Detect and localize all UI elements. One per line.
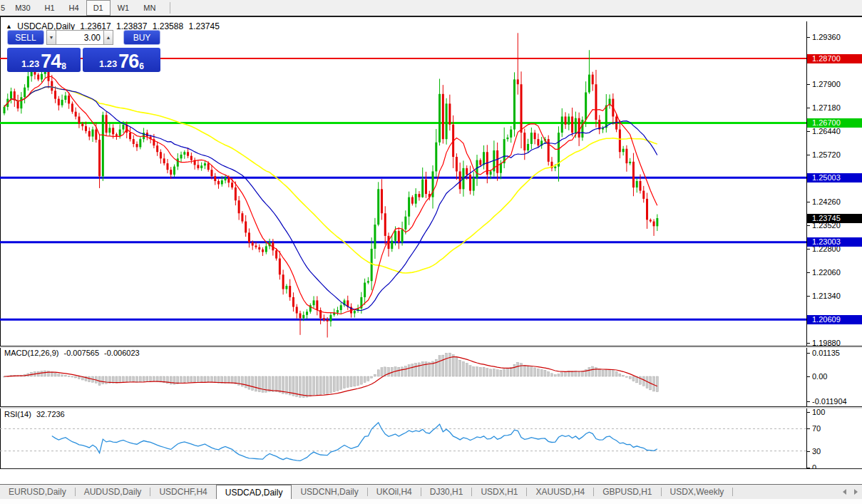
price-axis-tick: [807, 202, 810, 202]
trade-controls-row: SELL ▼ ▲ BUY: [7, 30, 160, 45]
price-axis-tick: [807, 272, 810, 273]
macd-histogram-bar: [483, 367, 485, 376]
candle-body: [252, 242, 254, 246]
current-price-badge: 1.23745: [807, 214, 862, 223]
price-axis-tick: [807, 296, 810, 297]
tab-audusd-daily[interactable]: AUDUSD,Daily: [76, 485, 150, 499]
timeframe-button-h4[interactable]: H4: [62, 0, 86, 16]
timeframe-button-mn[interactable]: MN: [136, 0, 163, 16]
macd-histogram-bar: [258, 376, 260, 392]
macd-histogram-bar: [404, 366, 406, 376]
candle-body: [255, 245, 257, 247]
macd-histogram-bar: [61, 375, 63, 376]
volume-decrease-button[interactable]: ▼: [46, 30, 56, 45]
tab-usdcad-daily[interactable]: USDCAD,Daily: [216, 485, 292, 499]
sell-quote-button[interactable]: 1.23748: [7, 48, 81, 72]
date-axis[interactable]: 23 Jan 202111 Feb 20212 Mar 202120 Mar 2…: [0, 469, 862, 484]
macd-histogram-bar: [41, 371, 43, 376]
macd-histogram-bar: [506, 369, 508, 376]
tab-dj30-h1[interactable]: DJ30,H1: [421, 485, 472, 499]
timeframe-button-d1[interactable]: D1: [86, 0, 111, 16]
tab-usdcnh-daily[interactable]: USDCNH,Daily: [292, 485, 366, 499]
candle-body: [190, 156, 193, 160]
candle-body: [483, 152, 485, 165]
volume-input[interactable]: [56, 30, 103, 45]
buy-quote-button[interactable]: 1.23766: [83, 48, 160, 72]
collapse-triangle-icon[interactable]: ▲: [6, 23, 12, 30]
buy-button[interactable]: BUY: [123, 30, 160, 45]
tab-usdx-weekly[interactable]: USDX,Weekly: [662, 485, 733, 499]
macd-histogram-bar: [269, 376, 271, 392]
macd-histogram-bar: [340, 376, 342, 390]
macd-histogram-bar: [194, 376, 196, 382]
macd-histogram-bar: [71, 376, 73, 377]
candle-body: [316, 300, 318, 310]
macd-histogram-bar: [473, 366, 475, 376]
macd-histogram-bar: [548, 371, 550, 376]
candle-body: [374, 225, 376, 249]
macd-histogram-bar: [207, 376, 210, 382]
macd-histogram-bar: [58, 374, 60, 376]
macd-histogram-bar: [469, 366, 471, 376]
candle-body: [327, 320, 329, 322]
tab-usdchf-h4[interactable]: USDCHF,H4: [150, 485, 215, 499]
price-axis-tick: [807, 343, 810, 344]
candle-body: [20, 97, 22, 108]
candle-body: [58, 99, 60, 106]
candle-body: [187, 152, 189, 155]
candle-body: [629, 162, 631, 163]
tab-gbpusd-h1[interactable]: GBPUSD,H1: [594, 485, 660, 499]
timeframe-button-m30[interactable]: M30: [8, 0, 37, 16]
macd-histogram-bar: [88, 376, 91, 382]
tab-xauusd-h4[interactable]: XAUUSD,H4: [527, 485, 593, 499]
macd-histogram-bar: [364, 376, 366, 383]
volume-increase-button[interactable]: ▲: [103, 30, 113, 45]
candle-body: [337, 310, 339, 313]
tab-usdx-h1[interactable]: USDX,H1: [472, 485, 526, 499]
macd-histogram-bar: [534, 368, 536, 376]
sell-button[interactable]: SELL: [7, 30, 44, 45]
macd-histogram-bar: [344, 376, 346, 389]
candle-body: [510, 130, 512, 138]
macd-histogram-bar: [510, 368, 512, 376]
macd-histogram-bar: [272, 376, 274, 391]
tabs-scroll-left-icon[interactable]: [843, 489, 846, 495]
candle-body: [204, 163, 206, 165]
macd-histogram-bar: [408, 365, 410, 376]
rsi-indicator-label: RSI(14) 32.7236: [4, 410, 68, 418]
rsi-axis-label: 70: [812, 424, 821, 433]
candle-body: [523, 133, 525, 150]
candle-body: [292, 297, 294, 307]
tabs-scroll-right-icon[interactable]: [854, 489, 858, 495]
candle-body: [227, 178, 230, 182]
timeframe-button-w1[interactable]: W1: [111, 0, 137, 16]
candle-body: [78, 116, 80, 123]
candle-body: [479, 160, 481, 165]
macd-histogram-bar: [187, 376, 189, 382]
candle-body: [653, 222, 655, 227]
rsi-indicator-chart[interactable]: [0, 408, 806, 468]
candle-body: [636, 181, 638, 187]
macd-histogram-bar: [540, 369, 543, 376]
macd-histogram-bar: [309, 376, 312, 396]
candle-body: [442, 94, 444, 139]
ma-fast-line[interactable]: [4, 76, 657, 314]
timeframe-button-partial[interactable]: 5: [0, 0, 8, 16]
tab-eurusd-daily[interactable]: EURUSD,Daily: [0, 485, 75, 499]
macd-histogram-bar: [116, 376, 118, 383]
timeframe-button-h1[interactable]: H1: [38, 0, 62, 16]
candle-body: [160, 152, 162, 158]
macd-histogram-bar: [550, 374, 553, 376]
macd-histogram-bar: [629, 376, 631, 379]
macd-histogram-bar: [136, 376, 138, 382]
candle-body: [102, 115, 104, 176]
ma-slow-line[interactable]: [4, 87, 657, 273]
tab-ukoil-h4[interactable]: UKOil,H4: [368, 485, 421, 499]
macd-histogram-bar: [255, 376, 257, 391]
candle-body: [646, 199, 648, 220]
macd-axis-tick: [807, 401, 810, 402]
macd-histogram-bar: [554, 375, 556, 376]
macd-histogram-bar: [388, 367, 390, 376]
price-axis-label: 1.29360: [812, 33, 841, 41]
macd-histogram-bar: [523, 365, 525, 376]
